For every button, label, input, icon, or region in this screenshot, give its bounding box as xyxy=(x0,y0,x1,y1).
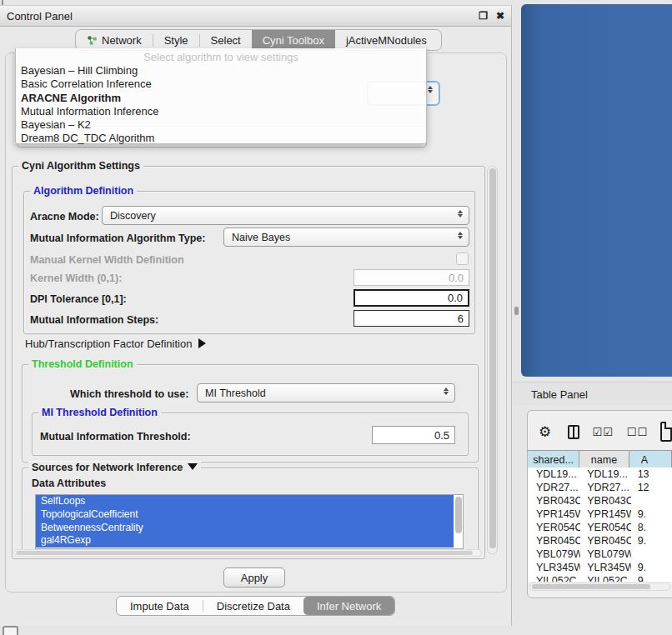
expand-arrow-icon xyxy=(198,338,206,348)
table-row[interactable]: YER054CYER054C8. xyxy=(528,521,672,534)
column-header-name[interactable]: name xyxy=(579,451,629,468)
which-threshold-select[interactable]: MI Threshold xyxy=(197,383,455,402)
mi-threshold-label: Mutual Information Threshold: xyxy=(40,431,191,442)
aracne-mode-value: Discovery xyxy=(110,210,156,222)
table-row[interactable]: YBR043CYBR043C xyxy=(528,494,672,508)
table-row[interactable]: YBR045CYBR045C9. xyxy=(528,534,672,548)
tab-label: jActiveMNodules xyxy=(346,34,427,47)
combo-stepper-icon xyxy=(428,86,433,93)
data-attribute-item[interactable]: SelfLoops xyxy=(36,495,454,508)
table-row[interactable]: YIL052CYIL052C9. xyxy=(528,574,672,582)
table-cell: YER054C xyxy=(528,522,580,533)
algorithm-dropdown-popup: Select algorithm to view settings Bayesi… xyxy=(15,48,427,144)
algorithm-option[interactable]: Mutual Information Inference xyxy=(16,105,426,118)
manual-kernel-checkbox[interactable] xyxy=(456,252,469,265)
hub-definition-section[interactable]: Hub/Transcription Factor Definition xyxy=(25,338,206,350)
tab-label: Discretize Data xyxy=(217,600,290,612)
data-attribute-item[interactable]: TopologicalCoefficient xyxy=(36,508,454,522)
select-all-checkboxes-icon[interactable]: ☑☑ xyxy=(593,426,614,438)
algorithm-popup-list: Bayesian – Hill ClimbingBasic Correlatio… xyxy=(16,64,426,146)
mi-type-select[interactable]: Naive Bayes xyxy=(223,228,469,247)
table-row[interactable]: YPR145WYPR145W9. xyxy=(528,508,672,521)
table-cell: YIL052C xyxy=(528,575,580,582)
table-toolbar: ⚙ ☑☑ ☐☐ xyxy=(534,417,672,447)
tab-select[interactable]: Select xyxy=(200,30,252,50)
network-icon xyxy=(87,35,98,46)
table-horizontal-scrollbar[interactable] xyxy=(529,582,670,591)
data-attribute-item[interactable]: BetweennessCentrality xyxy=(36,522,454,535)
splitter-handle[interactable] xyxy=(514,307,519,315)
dpi-tolerance-input[interactable]: 0.0 xyxy=(354,289,469,307)
bottom-tabbar: Impute Data Discretize Data Infer Networ… xyxy=(116,596,395,616)
document-icon[interactable] xyxy=(660,422,672,442)
tab-label: Network xyxy=(102,34,142,47)
table-cell: YBR045C xyxy=(580,535,630,547)
which-threshold-label: Which threshold to use: xyxy=(70,388,188,400)
tab-impute-data[interactable]: Impute Data xyxy=(117,597,203,615)
algorithm-option[interactable]: Basic Correlation Inference xyxy=(16,78,426,91)
table-cell: YBL079W xyxy=(528,548,580,560)
column-header-clipped[interactable]: A xyxy=(629,451,672,468)
apply-button-label: Apply xyxy=(241,572,268,584)
data-attributes-label: Data Attributes xyxy=(32,478,106,489)
columns-icon[interactable] xyxy=(568,425,579,439)
column-header-shared-name[interactable]: shared... xyxy=(528,451,579,468)
table-cell: YDL19... xyxy=(580,468,630,480)
algorithm-option[interactable]: ARACNE Algorithm xyxy=(16,92,426,105)
float-icon[interactable]: ❐ xyxy=(479,10,488,22)
tab-label: Cyni Toolbox xyxy=(263,34,324,47)
table-panel-title: Table Panel xyxy=(512,388,588,401)
table-cell: YER054C xyxy=(580,522,630,533)
tab-cyni-toolbox[interactable]: Cyni Toolbox xyxy=(252,30,335,50)
algorithm-option[interactable]: Bayesian – Hill Climbing xyxy=(16,64,426,78)
group-title[interactable]: Sources for Network Inference xyxy=(28,462,201,473)
table-cell: 9. xyxy=(631,562,672,573)
kernel-width-value: 0.0 xyxy=(449,272,464,284)
data-attribute-item[interactable]: gal4RGexp xyxy=(36,534,454,548)
docked-panel-icon[interactable] xyxy=(3,626,18,635)
group-title: Threshold Definition xyxy=(28,358,137,370)
table-cell: 12 xyxy=(631,482,672,493)
mi-steps-input[interactable]: 6 xyxy=(354,310,469,327)
group-title: Algorithm Definition xyxy=(30,185,137,197)
control-panel-titlebar: Control Panel ❐ ✖ xyxy=(0,6,511,27)
tab-style[interactable]: Style xyxy=(153,30,199,50)
table-cell: 8. xyxy=(631,522,672,533)
collapse-arrow-icon xyxy=(188,463,198,470)
screenshot-root: Control Panel ❐ ✖ Network Style S xyxy=(0,0,672,635)
which-threshold-value: MI Threshold xyxy=(205,388,266,399)
algorithm-option[interactable]: Dream8 DC_TDC Algorithm xyxy=(16,132,426,145)
settings-vertical-scrollbar[interactable] xyxy=(487,166,498,554)
panel-title: Control Panel xyxy=(0,10,73,22)
table-cell: YLR345W xyxy=(580,562,630,573)
combo-stepper-icon xyxy=(458,232,463,239)
list-scrollbar[interactable] xyxy=(455,497,462,533)
combo-stepper-icon xyxy=(458,210,463,218)
table-header: shared... name A xyxy=(528,450,672,469)
kernel-width-label: Kernel Width (0,1): xyxy=(30,272,122,284)
table-cell: YDR27... xyxy=(528,482,580,493)
tab-discretize-data[interactable]: Discretize Data xyxy=(203,597,303,615)
table-cell: YDR27... xyxy=(580,482,630,493)
table-row[interactable]: YDR27...YDR27...12 xyxy=(528,481,672,494)
table-cell: YDL19... xyxy=(528,468,580,480)
table-cell: YBR045C xyxy=(528,535,580,547)
table-cell: YPR145W xyxy=(528,508,580,520)
table-row[interactable]: YBL079WYBL079W xyxy=(528,548,672,561)
gear-icon[interactable]: ⚙ xyxy=(539,423,551,441)
table-row[interactable]: YLR345WYLR345W9. xyxy=(528,561,672,574)
algorithm-option[interactable]: Bayesian – K2 xyxy=(16,118,426,132)
table-cell: YBR043C xyxy=(580,495,630,507)
tab-infer-network[interactable]: Infer Network xyxy=(303,597,394,615)
close-icon[interactable]: ✖ xyxy=(496,10,504,22)
deselect-all-checkboxes-icon[interactable]: ☐☐ xyxy=(627,426,648,438)
table-row[interactable]: YDL19...YDL19...13 xyxy=(528,468,672,481)
aracne-mode-select[interactable]: Discovery xyxy=(102,206,469,225)
tab-network[interactable]: Network xyxy=(76,30,153,50)
mi-steps-label: Mutual Information Steps: xyxy=(30,314,158,326)
kernel-width-input[interactable]: 0.0 xyxy=(354,269,469,286)
tab-jactivemnodules[interactable]: jActiveMNodules xyxy=(335,30,438,50)
settings-horizontal-scrollbar[interactable] xyxy=(13,549,482,557)
mi-threshold-input[interactable]: 0.5 xyxy=(372,426,455,444)
apply-button[interactable]: Apply xyxy=(223,568,285,588)
